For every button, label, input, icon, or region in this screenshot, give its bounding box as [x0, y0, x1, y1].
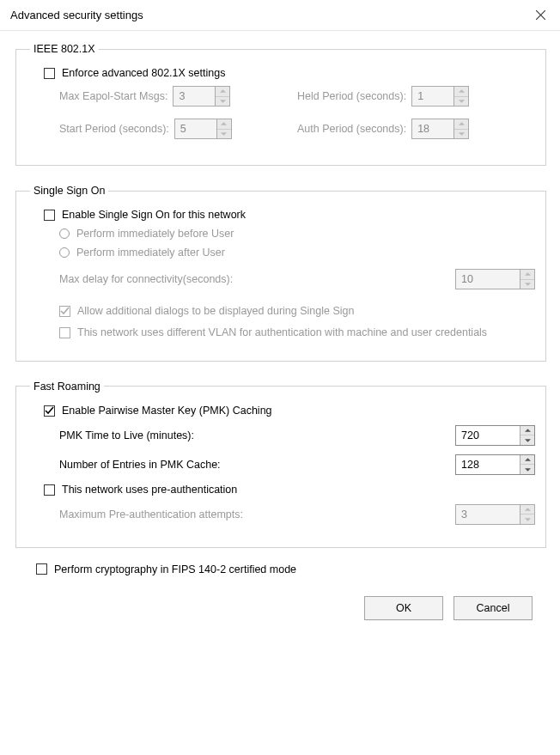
- spinner-down[interactable]: [520, 280, 534, 289]
- held-period-input[interactable]: [412, 87, 453, 106]
- spinner-up[interactable]: [520, 426, 534, 436]
- window-title: Advanced security settings: [10, 9, 143, 21]
- sso-diff-vlan-checkbox[interactable]: [59, 327, 70, 338]
- spinner-down[interactable]: [216, 97, 229, 107]
- max-preauth-spinner[interactable]: [455, 504, 535, 525]
- sso-before-user-radio[interactable]: [59, 228, 70, 239]
- group-legend-roaming: Fast Roaming: [30, 381, 104, 393]
- fips-mode-label: Perform cryptography in FIPS 140-2 certi…: [54, 563, 296, 575]
- spinner-down[interactable]: [454, 130, 468, 139]
- pmk-caching-checkbox[interactable]: [44, 405, 55, 417]
- group-fast-roaming: Fast Roaming Enable Pairwise Master Key …: [15, 381, 546, 548]
- max-eapol-input[interactable]: [173, 87, 215, 106]
- sso-allow-dialogs-checkbox[interactable]: [59, 306, 70, 317]
- auth-period-input[interactable]: [412, 119, 453, 138]
- spinner-down[interactable]: [520, 514, 534, 524]
- auth-period-label: Auth Period (seconds):: [297, 123, 406, 135]
- spinner-up[interactable]: [454, 87, 468, 97]
- group-ieee-8021x: IEEE 802.1X Enforce advanced 802.1X sett…: [15, 43, 546, 166]
- ok-button[interactable]: OK: [364, 596, 443, 620]
- dialog-content: IEEE 802.1X Enforce advanced 802.1X sett…: [0, 31, 560, 629]
- sso-max-delay-input[interactable]: [456, 270, 520, 289]
- sso-before-user-label: Perform immediately before User: [76, 228, 234, 240]
- spinner-arrows: [520, 455, 534, 474]
- spinner-arrows: [520, 426, 534, 445]
- spinner-up[interactable]: [216, 87, 229, 97]
- pmk-entries-spinner[interactable]: [455, 454, 535, 475]
- group-legend-ieee: IEEE 802.1X: [30, 43, 99, 55]
- spinner-arrows: [215, 87, 229, 106]
- preauth-label: This network uses pre-authentication: [62, 484, 237, 496]
- pmk-caching-label: Enable Pairwise Master Key (PMK) Caching: [62, 405, 272, 417]
- cancel-button[interactable]: Cancel: [453, 596, 533, 620]
- enforce-8021x-checkbox[interactable]: [44, 68, 55, 79]
- titlebar: Advanced security settings: [0, 0, 560, 31]
- spinner-up[interactable]: [217, 119, 231, 130]
- spinner-up[interactable]: [454, 119, 468, 130]
- sso-diff-vlan-label: This network uses different VLAN for aut…: [77, 326, 487, 340]
- fips-mode-checkbox[interactable]: [36, 563, 47, 575]
- pmk-entries-input[interactable]: [456, 455, 520, 474]
- preauth-checkbox[interactable]: [44, 484, 55, 496]
- spinner-up[interactable]: [520, 455, 534, 466]
- spinner-down[interactable]: [217, 130, 231, 139]
- spinner-arrows: [216, 119, 231, 138]
- spinner-down[interactable]: [520, 465, 534, 474]
- close-icon: [536, 10, 545, 20]
- start-period-spinner[interactable]: [174, 119, 232, 139]
- pmk-ttl-input[interactable]: [456, 426, 520, 445]
- max-eapol-spinner[interactable]: [173, 86, 230, 107]
- auth-period-spinner[interactable]: [411, 119, 469, 139]
- spinner-down[interactable]: [454, 97, 468, 107]
- spinner-arrows: [453, 119, 468, 138]
- spinner-up[interactable]: [520, 505, 534, 515]
- group-single-sign-on: Single Sign On Enable Single Sign On for…: [15, 185, 546, 362]
- max-eapol-label: Max Eapol-Start Msgs:: [59, 90, 167, 102]
- sso-after-user-label: Perform immediately after User: [76, 247, 225, 259]
- held-period-label: Held Period (seconds):: [297, 90, 406, 102]
- close-button[interactable]: [520, 2, 560, 29]
- spinner-arrows: [520, 505, 534, 524]
- max-preauth-label: Maximum Pre-authentication attempts:: [59, 508, 243, 521]
- check-icon: [45, 406, 54, 416]
- held-period-spinner[interactable]: [411, 86, 469, 107]
- enable-sso-label: Enable Single Sign On for this network: [62, 209, 246, 221]
- spinner-up[interactable]: [520, 270, 534, 280]
- enforce-8021x-label: Enforce advanced 802.1X settings: [62, 67, 225, 79]
- sso-max-delay-spinner[interactable]: [455, 269, 535, 289]
- check-icon: [60, 307, 70, 316]
- pmk-ttl-spinner[interactable]: [455, 425, 535, 446]
- pmk-ttl-label: PMK Time to Live (minutes):: [59, 429, 194, 441]
- dialog-footer: OK Cancel: [15, 591, 546, 620]
- spinner-arrows: [453, 87, 468, 106]
- pmk-entries-label: Number of Entries in PMK Cache:: [59, 459, 221, 471]
- spinner-arrows: [520, 270, 534, 289]
- max-preauth-input[interactable]: [456, 505, 520, 524]
- sso-max-delay-label: Max delay for connectivity(seconds):: [59, 273, 233, 285]
- sso-allow-dialogs-label: Allow additional dialogs to be displayed…: [77, 305, 354, 317]
- spinner-down[interactable]: [520, 435, 534, 445]
- enable-sso-checkbox[interactable]: [44, 210, 55, 221]
- sso-after-user-radio[interactable]: [59, 247, 70, 258]
- start-period-label: Start Period (seconds):: [59, 123, 169, 135]
- group-legend-sso: Single Sign On: [30, 185, 108, 197]
- start-period-input[interactable]: [175, 119, 216, 138]
